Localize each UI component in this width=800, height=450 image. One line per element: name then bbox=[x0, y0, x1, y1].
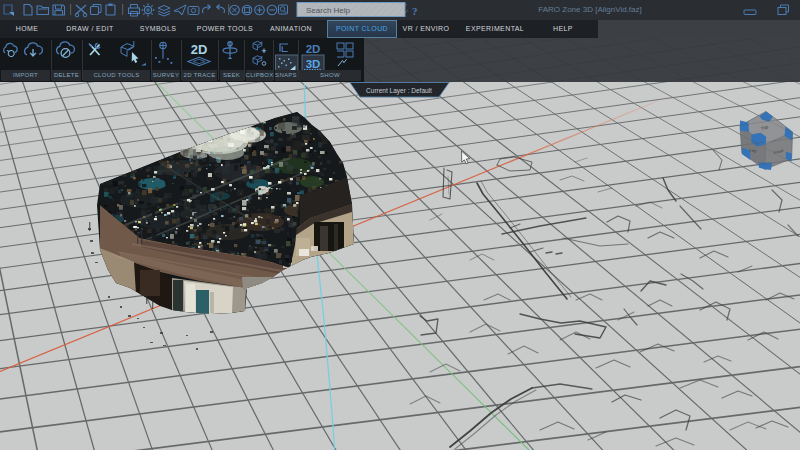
svg-text:2D: 2D bbox=[306, 43, 321, 55]
svg-text:2D: 2D bbox=[191, 42, 208, 57]
svg-text:3D: 3D bbox=[306, 58, 321, 70]
svg-text:Current Layer : Default: Current Layer : Default bbox=[366, 87, 432, 95]
svg-text:FARO Zone 3D [AlignVid.faz]: FARO Zone 3D [AlignVid.faz] bbox=[538, 5, 641, 14]
svg-text:Search Help: Search Help bbox=[306, 6, 351, 15]
svg-text:?: ? bbox=[412, 5, 418, 17]
